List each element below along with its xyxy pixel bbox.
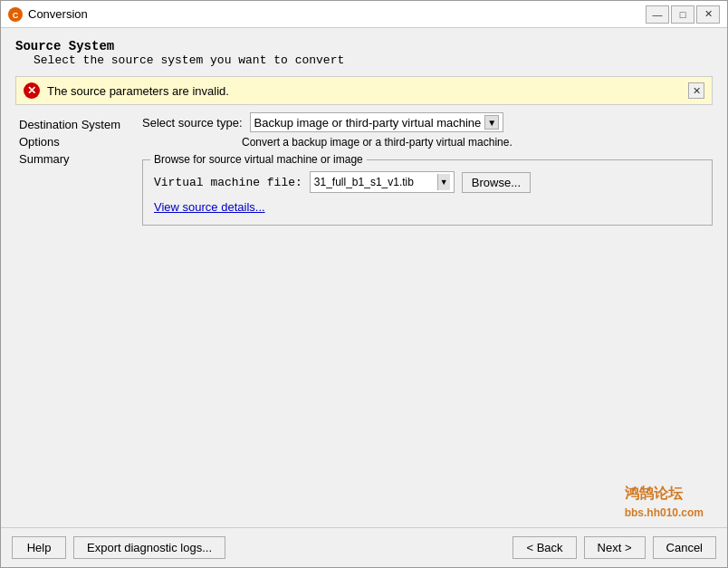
page-title: Source System bbox=[15, 39, 713, 53]
browse-button[interactable]: Browse... bbox=[462, 172, 531, 193]
vm-file-label: Virtual machine file: bbox=[154, 176, 302, 189]
back-button[interactable]: < Back bbox=[512, 536, 576, 559]
watermark-area: 鸿鹄论坛 bbs.hh010.com bbox=[15, 482, 713, 527]
maximize-button[interactable]: □ bbox=[671, 5, 694, 24]
cancel-button[interactable]: Cancel bbox=[653, 536, 716, 559]
error-close-button[interactable]: ✕ bbox=[688, 82, 704, 99]
right-panel: Select source type: Backup image or thir… bbox=[142, 112, 713, 482]
page-subtitle: Select the source system you want to con… bbox=[15, 53, 713, 67]
title-bar: C Conversion — □ ✕ bbox=[1, 1, 727, 28]
bottom-bar: Help Export diagnostic logs... < Back Ne… bbox=[1, 527, 727, 567]
next-button[interactable]: Next > bbox=[584, 536, 646, 559]
vm-file-dropdown-arrow-icon: ▼ bbox=[437, 174, 450, 190]
sidebar: Destination System Options Summary bbox=[15, 112, 142, 482]
svg-text:C: C bbox=[13, 11, 19, 20]
content-area: Source System Select the source system y… bbox=[1, 28, 727, 527]
dropdown-arrow-icon: ▼ bbox=[484, 115, 499, 130]
window-controls: — □ ✕ bbox=[646, 5, 720, 24]
watermark-subtext: bbs.hh010.com bbox=[625, 506, 704, 519]
help-button[interactable]: Help bbox=[12, 536, 66, 559]
main-area: Destination System Options Summary Selec… bbox=[15, 112, 713, 482]
watermark: 鸿鹄论坛 bbs.hh010.com bbox=[625, 485, 704, 520]
source-type-section: Select source type: Backup image or thir… bbox=[142, 112, 713, 149]
vm-file-value: 31_full_b1_s1_v1.tib bbox=[314, 176, 437, 188]
export-logs-button[interactable]: Export diagnostic logs... bbox=[73, 536, 225, 559]
close-button[interactable]: ✕ bbox=[696, 5, 720, 24]
source-type-value: Backup image or third-party virtual mach… bbox=[254, 116, 482, 130]
vm-file-dropdown[interactable]: 31_full_b1_s1_v1.tib ▼ bbox=[310, 171, 455, 193]
source-type-row: Select source type: Backup image or thir… bbox=[142, 112, 713, 132]
source-type-dropdown[interactable]: Backup image or third-party virtual mach… bbox=[250, 112, 504, 132]
window-title: Conversion bbox=[28, 7, 640, 21]
group-box-legend: Browse for source virtual machine or ima… bbox=[150, 153, 367, 166]
sidebar-item-destination[interactable]: Destination System bbox=[15, 116, 142, 133]
main-window: C Conversion — □ ✕ Source System Select … bbox=[0, 0, 728, 568]
sidebar-item-summary[interactable]: Summary bbox=[15, 150, 142, 168]
app-icon: C bbox=[8, 7, 23, 22]
source-type-description: Convert a backup image or a third-party … bbox=[142, 136, 713, 149]
browse-group-box: Browse for source virtual machine or ima… bbox=[142, 159, 713, 226]
content-spacer bbox=[142, 233, 713, 482]
error-message: The source parameters are invalid. bbox=[47, 84, 681, 98]
error-banner: ✕ The source parameters are invalid. ✕ bbox=[15, 76, 713, 105]
sidebar-item-options[interactable]: Options bbox=[15, 133, 142, 150]
watermark-text: 鸿鹄论坛 bbox=[625, 486, 683, 501]
view-details-link[interactable]: View source details... bbox=[154, 200, 265, 214]
source-type-label: Select source type: bbox=[142, 116, 243, 130]
error-icon: ✕ bbox=[24, 82, 40, 99]
vm-file-row: Virtual machine file: 31_full_b1_s1_v1.t… bbox=[154, 171, 701, 193]
minimize-button[interactable]: — bbox=[646, 5, 669, 24]
page-header: Source System Select the source system y… bbox=[15, 39, 713, 67]
